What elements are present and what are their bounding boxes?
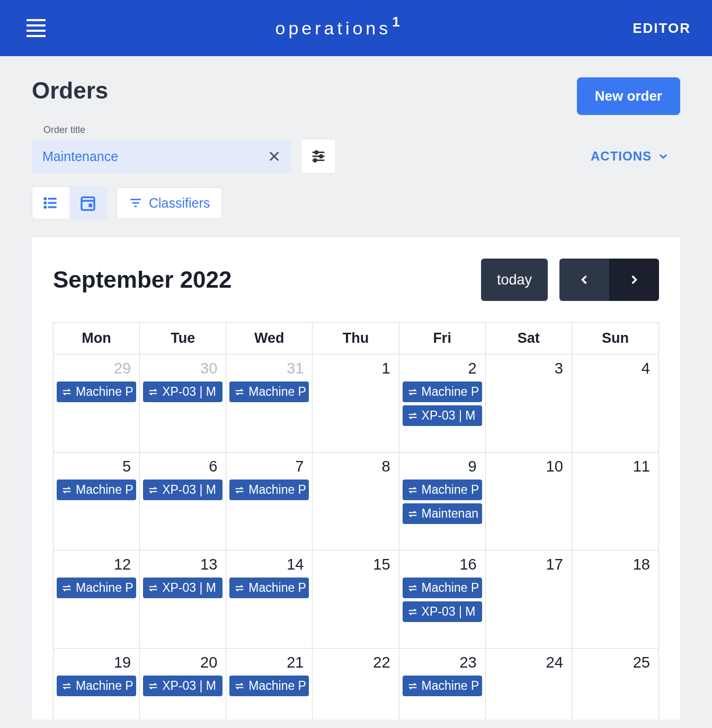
calendar-view-button[interactable] — [69, 187, 106, 219]
calendar-cell[interactable]: 10 — [486, 452, 572, 551]
calendar-cell[interactable]: 6XP-03 | M — [140, 452, 226, 551]
new-order-button[interactable]: New order — [577, 77, 680, 115]
calendar-cell[interactable]: 12Machine P — [54, 551, 140, 649]
calendar-cell[interactable]: 18 — [572, 551, 658, 649]
calendar-event[interactable]: XP-03 | M — [143, 381, 222, 402]
calendar-cell[interactable]: 4 — [572, 354, 658, 452]
calendar-cell[interactable]: 15 — [313, 551, 399, 649]
weekday-header: Tue — [140, 323, 226, 354]
calendar-cell[interactable]: 17 — [486, 551, 572, 649]
calendar-event[interactable]: Maintenan — [403, 503, 482, 524]
calendar-cell[interactable]: 5Machine P — [54, 452, 140, 551]
calendar-cell[interactable]: 2Machine PXP-03 | M — [399, 354, 486, 452]
calendar-event[interactable]: Machine P — [57, 578, 136, 598]
event-label: Maintenan — [422, 507, 478, 521]
svg-rect-14 — [88, 203, 92, 207]
calendar-cell[interactable]: 22 — [313, 649, 399, 720]
calendar-cell[interactable]: 9Machine PMaintenan — [399, 452, 486, 551]
chevron-down-icon — [657, 150, 670, 163]
event-label: XP-03 | M — [162, 679, 216, 693]
day-number: 20 — [143, 653, 222, 671]
svg-point-10 — [44, 207, 46, 208]
calendar-cell[interactable]: 30XP-03 | M — [140, 354, 226, 452]
swap-icon — [407, 410, 419, 422]
day-number: 8 — [316, 457, 395, 475]
calendar-event[interactable]: Machine P — [229, 381, 309, 402]
calendar-cell[interactable]: 25 — [572, 649, 658, 720]
calendar-cell[interactable]: 23Machine P — [399, 649, 486, 720]
event-label: Machine P — [422, 483, 479, 497]
clear-icon[interactable]: ✕ — [268, 147, 281, 166]
calendar-cell[interactable]: 21Machine P — [226, 649, 313, 720]
calendar-cell[interactable]: 8 — [313, 452, 399, 551]
order-title-input[interactable]: Maintenance ✕ — [32, 140, 291, 173]
day-number: 13 — [143, 555, 222, 573]
next-month-button[interactable] — [609, 259, 659, 301]
day-number: 4 — [575, 359, 655, 377]
calendar-event[interactable]: XP-03 | M — [143, 578, 222, 598]
day-number: 25 — [575, 653, 655, 671]
day-number: 16 — [403, 555, 482, 573]
swap-icon — [234, 680, 245, 692]
filter-sliders-button[interactable] — [301, 139, 336, 174]
chevron-right-icon — [627, 272, 642, 287]
weekday-header: Mon — [54, 323, 140, 354]
event-label: Machine P — [76, 385, 134, 399]
event-label: Machine P — [422, 679, 479, 693]
calendar-cell[interactable]: 19Machine P — [54, 649, 140, 720]
calendar-event[interactable]: XP-03 | M — [403, 405, 482, 426]
calendar-event[interactable]: Machine P — [403, 676, 482, 696]
calendar-cell[interactable]: 14Machine P — [226, 551, 313, 649]
actions-dropdown[interactable]: ACTIONS — [591, 149, 670, 164]
day-number: 18 — [575, 555, 655, 573]
calendar-event[interactable]: XP-03 | M — [403, 601, 482, 622]
calendar-cell[interactable]: 20XP-03 | M — [140, 649, 226, 720]
day-number: 12 — [57, 555, 136, 573]
page-title: Orders — [32, 77, 108, 104]
calendar-title: September 2022 — [53, 267, 232, 293]
swap-icon — [407, 582, 419, 594]
calendar-event[interactable]: Machine P — [57, 676, 136, 696]
calendar-cell[interactable]: 1 — [313, 354, 399, 452]
event-label: Machine P — [422, 581, 479, 595]
svg-point-3 — [319, 155, 323, 158]
calendar-event[interactable]: Machine P — [57, 381, 136, 402]
filter-icon — [129, 196, 143, 210]
event-label: Machine P — [76, 581, 134, 595]
swap-icon — [147, 680, 159, 692]
calendar-cell[interactable]: 16Machine PXP-03 | M — [399, 551, 486, 649]
prev-month-button[interactable] — [559, 259, 609, 301]
calendar-event[interactable]: XP-03 | M — [143, 676, 222, 696]
calendar-cell[interactable]: 29Machine P — [54, 354, 140, 452]
list-view-button[interactable] — [32, 187, 69, 219]
day-number: 21 — [229, 653, 309, 671]
event-label: XP-03 | M — [422, 605, 476, 619]
day-number: 6 — [143, 457, 222, 475]
calendar-event[interactable]: Machine P — [403, 381, 482, 402]
topbar: operations1 EDITOR — [0, 0, 712, 56]
calendar-cell[interactable]: 13XP-03 | M — [140, 551, 226, 649]
day-number: 30 — [143, 359, 222, 377]
day-number: 11 — [575, 457, 655, 475]
calendar-cell[interactable]: 31Machine P — [226, 354, 313, 452]
calendar-event[interactable]: Machine P — [229, 676, 309, 696]
calendar-event[interactable]: Machine P — [229, 578, 309, 598]
calendar-cell[interactable]: 24 — [486, 649, 572, 720]
swap-icon — [234, 582, 245, 594]
calendar-event[interactable]: Machine P — [403, 480, 482, 500]
swap-icon — [234, 484, 245, 496]
menu-icon[interactable] — [26, 19, 46, 37]
calendar-cell[interactable]: 11 — [572, 452, 658, 551]
day-number: 14 — [229, 555, 309, 573]
calendar-event[interactable]: Machine P — [403, 578, 482, 598]
classifiers-button[interactable]: Classifiers — [117, 188, 222, 219]
calendar-event[interactable]: XP-03 | M — [143, 480, 222, 500]
swap-icon — [407, 484, 419, 496]
weekday-header: Thu — [313, 323, 399, 354]
calendar-cell[interactable]: 3 — [486, 354, 572, 452]
today-button[interactable]: today — [481, 259, 548, 301]
calendar-event[interactable]: Machine P — [57, 480, 136, 500]
calendar-event[interactable]: Machine P — [229, 480, 309, 500]
event-label: Machine P — [248, 483, 306, 497]
calendar-cell[interactable]: 7Machine P — [226, 452, 313, 551]
